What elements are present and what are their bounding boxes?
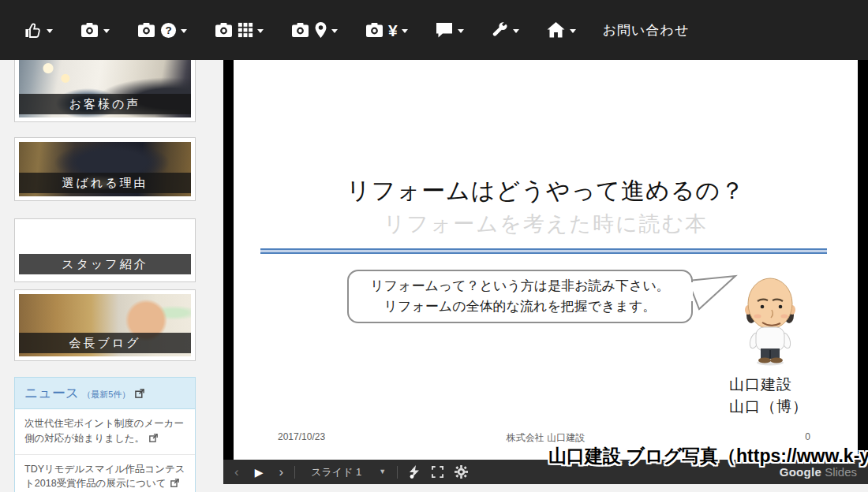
external-link-icon [135,389,144,398]
news-panel: ニュース （最新5件） 次世代住宅ポイント制度のメーカー側の対応が始まりました。… [14,377,196,492]
nav-price-menu[interactable]: ¥ [365,21,408,39]
thumb-caption: お客様の声 [19,94,191,114]
speech-bubble: リフォームって？という方は是非お読み下さい。 リフォームの全体的な流れを把握でき… [347,270,693,323]
sidebar-item-staff[interactable]: スタッフ紹介 [14,218,196,282]
thumb-caption: 選ばれる理由 [19,173,191,193]
chevron-down-icon [181,29,187,33]
news-subtitle: （最新5件） [82,389,130,401]
sidebar-item-chairman-blog[interactable]: 会長ブログ [14,289,196,361]
grid-icon [238,22,253,38]
toolbar-divider [294,466,295,479]
wrench-icon [491,21,509,39]
speech-bubble-tail-joint [688,282,693,301]
nav-likes-menu[interactable] [22,20,53,39]
sidebar-item-customer-voices[interactable]: お客様の声 [14,50,196,122]
map-pin-icon [314,21,327,39]
slide-canvas: リフォームはどうやって進めるの？ リフォームを考えた時に読む本 リフォームって？… [234,60,858,460]
slide-selector[interactable]: スライド 1 [311,465,361,479]
chevron-down-icon [458,29,464,33]
divider-line [260,248,827,254]
nav-home-menu[interactable] [546,21,576,39]
character-name-line: 山口（博） [729,396,808,418]
page: ? ¥ お問い合わせ [0,0,868,492]
slide-footer-company: 株式会社 山口建設 [234,431,858,445]
yen-icon: ¥ [388,22,398,39]
external-link-icon [149,434,158,442]
google-slides-embed: リフォームはどうやって進めるの？ リフォームを考えた時に読む本 リフォームって？… [223,60,868,484]
external-link-icon [170,479,179,487]
camera-icon [290,21,310,39]
home-icon [546,21,566,39]
slide-selector-caret-icon[interactable]: ▼ [379,468,386,475]
speech-bubble-line: リフォームって？という方は是非お読み下さい。 [370,276,670,296]
play-button[interactable]: ▶ [255,467,264,478]
nav-works-menu[interactable] [214,21,264,39]
chevron-down-icon [47,29,53,33]
news-title: ニュース [24,384,79,402]
prev-slide-button[interactable]: ‹ [234,465,239,479]
speech-bubble-line: リフォームの全体的な流れを把握できます。 [384,296,657,317]
camera-icon [80,21,99,39]
chevron-down-icon [257,29,264,33]
chevron-down-icon [513,29,519,33]
slide-subtitle: リフォームを考えた時に読む本 [234,210,858,238]
character-name-line: 山口建設 [729,374,808,396]
toolbar-divider [397,466,398,479]
news-item-text: 次世代住宅ポイント制度のメーカー側の対応が始まりました。 [24,418,184,444]
svg-text:?: ? [165,24,171,36]
camera-icon [137,21,156,39]
chevron-down-icon [402,29,408,33]
camera-icon [365,21,384,39]
news-item[interactable]: TDYリモデルスマイル作品コンテスト2018受賞作品の展示について [15,455,195,492]
slide-title: リフォームはどうやって進めるの？ [234,175,858,207]
thumb-caption: 会長ブログ [19,333,191,353]
nav-tools-menu[interactable] [491,21,519,39]
character-illustration [731,274,810,369]
settings-gear-icon[interactable] [455,465,468,479]
nav-faq-menu[interactable]: ? [137,21,187,39]
thumb-caption: スタッフ紹介 [19,254,191,274]
character-name: 山口建設 山口（博） [729,374,808,417]
nav-area-menu[interactable] [290,21,338,39]
chevron-down-icon [103,29,110,33]
nav-contact-link[interactable]: お問い合わせ [603,21,690,39]
question-circle-icon: ? [160,22,177,39]
comment-icon [435,21,454,39]
camera-icon [214,21,234,39]
sidebar-item-reasons[interactable]: 選ばれる理由 [14,137,196,201]
slide-footer-page-number: 0 [805,431,810,442]
animations-icon[interactable] [409,465,421,479]
news-item-text: TDYリモデルスマイル作品コンテスト2018受賞作品の展示について [24,464,185,490]
top-nav: ? ¥ お問い合わせ [0,0,868,60]
thumbs-up-icon [22,20,43,39]
news-item[interactable]: 次世代住宅ポイント制度のメーカー側の対応が始まりました。 [15,409,195,455]
chevron-down-icon [331,29,338,33]
nav-voice-menu[interactable] [435,21,464,39]
fullscreen-icon[interactable] [432,466,443,478]
news-header: ニュース （最新5件） [15,378,195,409]
nav-gallery-menu[interactable] [80,21,110,39]
next-slide-button[interactable]: › [279,465,283,479]
watermark-text: 山口建設 ブログ写真（https://www.k-ya [548,444,868,468]
chevron-down-icon [570,29,576,33]
